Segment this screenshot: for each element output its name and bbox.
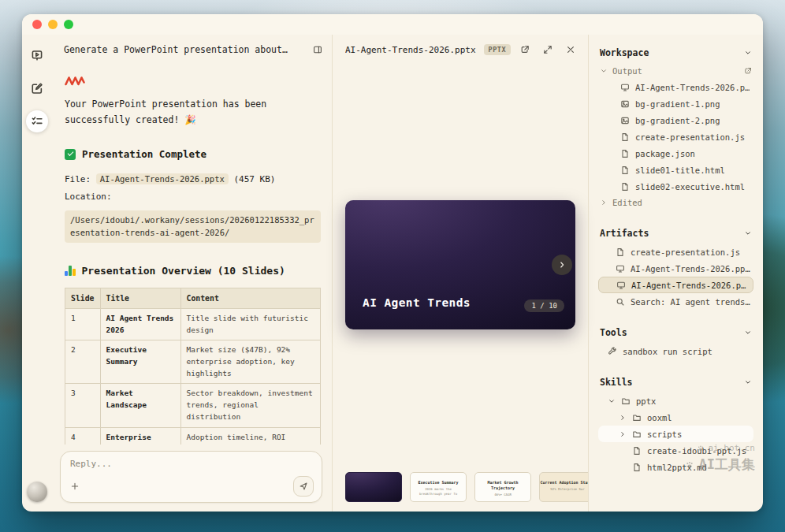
cell-slide: 2 bbox=[65, 340, 101, 384]
tool-item[interactable]: sandbox_run_script bbox=[598, 343, 753, 359]
tasks-nav-button[interactable] bbox=[26, 110, 48, 132]
chevron-down-icon bbox=[744, 329, 752, 337]
workspace-file-item[interactable]: bg-gradient-1.png bbox=[598, 95, 753, 112]
skills-section-header[interactable]: Skills bbox=[598, 370, 753, 392]
artifact-item[interactable]: Search: AI agent trends… bbox=[598, 293, 753, 310]
display-icon bbox=[616, 281, 626, 290]
slide-thumbnail[interactable]: Current Adoption Status 92% Enterprise S… bbox=[539, 472, 588, 502]
workspace-section-header[interactable]: Workspace bbox=[598, 41, 753, 63]
file-line: File: AI-Agent-Trends-2026.pptx (457 KB) bbox=[65, 171, 321, 188]
file-icon bbox=[620, 182, 630, 192]
slide-thumbnail[interactable]: Executive Summary 2026 marks the breakth… bbox=[410, 472, 467, 502]
artifact-item[interactable]: AI-Agent-Trends-2026.pp… bbox=[598, 260, 753, 277]
skill-file-item[interactable]: html2pptx.md bbox=[598, 459, 753, 475]
artifact-item-selected[interactable]: AI-Agent-Trends-2026.pp… bbox=[598, 277, 753, 293]
check-icon bbox=[65, 149, 76, 160]
slide-stage: AI Agent Trends 1 / 10 bbox=[333, 61, 588, 467]
expand-icon[interactable] bbox=[543, 45, 552, 54]
tool-label: sandbox_run_script bbox=[623, 347, 712, 356]
cell-content: Market size ($47B), 92% enterprise adopt… bbox=[180, 340, 321, 384]
zoom-window-button[interactable] bbox=[64, 20, 73, 29]
file-icon bbox=[632, 446, 642, 456]
edited-group-row[interactable]: Edited bbox=[598, 195, 753, 210]
next-slide-button[interactable] bbox=[552, 255, 572, 275]
reply-input[interactable] bbox=[70, 459, 314, 469]
image-icon bbox=[620, 99, 630, 109]
skill-folder-pptx[interactable]: pptx bbox=[598, 392, 753, 409]
workspace-file-item[interactable]: AI-Agent-Trends-2026.p… bbox=[598, 79, 753, 95]
send-icon bbox=[299, 482, 308, 491]
close-window-button[interactable] bbox=[32, 20, 42, 29]
tasks-icon bbox=[31, 115, 43, 128]
skill-label: scripts bbox=[647, 430, 682, 439]
close-icon[interactable] bbox=[566, 45, 575, 54]
chevron-right-icon bbox=[557, 260, 567, 270]
thumbnail-subtitle: 2026 marks the breakthrough year fo bbox=[411, 487, 466, 497]
cell-content: Adoption timeline, ROI bbox=[180, 427, 321, 445]
plus-icon bbox=[70, 482, 80, 491]
image-icon bbox=[620, 116, 630, 125]
col-header-content: Content bbox=[180, 288, 321, 308]
location-label: Location: bbox=[65, 188, 321, 206]
cell-slide: 1 bbox=[65, 308, 101, 340]
table-row: 4 Enterprise Adoption timeline, ROI bbox=[65, 427, 321, 445]
complete-heading-text: Presentation Complete bbox=[82, 148, 206, 160]
file-label: slide02-executive.html bbox=[635, 182, 745, 192]
tools-section-header[interactable]: Tools bbox=[598, 321, 753, 343]
artifact-item[interactable]: create-presentation.js bbox=[598, 244, 753, 260]
display-icon bbox=[620, 83, 630, 92]
wrench-icon bbox=[608, 347, 617, 356]
minimize-window-button[interactable] bbox=[48, 20, 58, 29]
workspace-file-item[interactable]: slide01-title.html bbox=[598, 162, 753, 178]
compose-nav-button[interactable] bbox=[26, 77, 48, 99]
search-icon bbox=[616, 297, 625, 307]
cell-title: Executive Summary bbox=[100, 340, 180, 384]
cell-slide: 4 bbox=[65, 427, 101, 445]
artifacts-section-header[interactable]: Artifacts bbox=[598, 221, 753, 244]
right-sidebar: Workspace Output AI-Agent-Trends-2026.p…… bbox=[588, 35, 763, 512]
skill-file-item[interactable]: create-idoubi-ppt.js bbox=[598, 442, 753, 459]
external-link-icon[interactable] bbox=[520, 45, 530, 54]
workspace-file-item[interactable]: create-presentation.js bbox=[598, 128, 753, 145]
slideshow-nav-button[interactable] bbox=[26, 44, 48, 66]
file-label: package.json bbox=[635, 149, 695, 158]
workspace-title: Workspace bbox=[600, 47, 649, 58]
workspace-file-item[interactable]: package.json bbox=[598, 145, 753, 162]
toggle-panel-button[interactable] bbox=[313, 45, 322, 54]
external-link-icon[interactable] bbox=[744, 67, 752, 75]
reply-box bbox=[60, 451, 322, 503]
chat-header: Generate a PowerPoint presentation about… bbox=[52, 35, 332, 61]
cell-content: Sector breakdown, investment trends, reg… bbox=[180, 384, 321, 427]
slide-preview[interactable]: AI Agent Trends 1 / 10 bbox=[345, 200, 575, 329]
slide-thumbnail[interactable]: Market Growth Trajectory 46%+ CAGR bbox=[474, 472, 531, 502]
file-icon bbox=[620, 166, 630, 175]
cell-title: Enterprise bbox=[100, 427, 180, 445]
desktop-background: Generate a PowerPoint presentation about… bbox=[0, 0, 785, 532]
icon-rail bbox=[22, 35, 52, 512]
artifact-label: AI-Agent-Trends-2026.pp… bbox=[631, 281, 750, 290]
skill-folder-ooxml[interactable]: ooxml bbox=[598, 409, 753, 426]
reply-area bbox=[52, 445, 332, 512]
app-window: Generate a PowerPoint presentation about… bbox=[22, 14, 763, 512]
send-button[interactable] bbox=[293, 476, 314, 497]
table-header-row: Slide Title Content bbox=[65, 288, 321, 308]
chevron-down-icon bbox=[744, 49, 752, 57]
skill-label: pptx bbox=[636, 396, 656, 406]
attach-button[interactable] bbox=[70, 482, 80, 491]
skill-label: create-idoubi-ppt.js bbox=[647, 446, 746, 456]
file-icon bbox=[616, 247, 625, 257]
skill-folder-scripts[interactable]: scripts bbox=[598, 426, 753, 442]
thumbnail-subtitle: 46%+ CAGR bbox=[475, 493, 530, 497]
chevron-down-icon bbox=[744, 378, 752, 386]
user-avatar[interactable] bbox=[27, 482, 47, 502]
workspace-file-item[interactable]: slide02-executive.html bbox=[598, 178, 753, 195]
edited-group-label: Edited bbox=[612, 198, 642, 207]
output-group-row[interactable]: Output bbox=[598, 63, 753, 79]
cell-title: AI Agent Trends 2026 bbox=[100, 308, 180, 340]
workspace-file-item[interactable]: bg-gradient-2.png bbox=[598, 112, 753, 128]
file-icon bbox=[620, 132, 630, 142]
chevron-down-icon bbox=[600, 67, 608, 75]
preview-header: AI-Agent-Trends-2026.pptx PPTX bbox=[333, 35, 588, 61]
slide-thumbnail[interactable] bbox=[345, 472, 402, 502]
file-icon bbox=[620, 149, 630, 158]
